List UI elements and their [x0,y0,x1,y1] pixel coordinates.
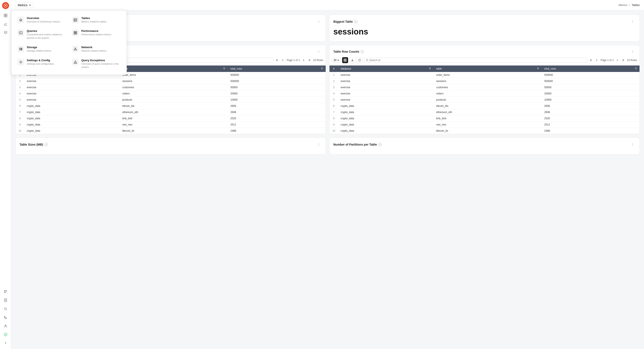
table-row: 7 crypto_data ethereum_eth 2606 [330,109,640,116]
more-options-temp-tables[interactable] [316,19,322,24]
dropdown-network-title: Network [81,46,107,49]
svg-rect-24 [74,31,77,34]
col-header-total-rows-left: total_rows [228,66,326,72]
cell-num: 2 [16,78,24,84]
cell-num: 4 [16,90,24,97]
dropdown-queries-title: Queries [27,29,66,32]
sidebar-item-document[interactable] [2,296,10,304]
dropdown-item-storage[interactable]: Storage Storage-related metrics. [15,43,68,55]
col-header-database-right: database [338,66,434,72]
dropdown-storage-desc: Storage-related metrics. [27,49,52,52]
sidebar-bottom [2,288,10,347]
dropdown-item-settings[interactable]: Settings & Config Settings and configura… [15,56,68,72]
data-table-row-counts-right: # database table total_rows 1 exercise [330,66,640,134]
svg-point-7 [4,290,5,291]
more-options-biggest-table[interactable] [630,19,636,24]
cell-total-rows: 50000 [542,84,640,90]
card-actions-row-counts-right [630,48,636,54]
sidebar-item-user[interactable] [2,322,10,330]
cell-num: 1 [330,72,338,78]
cell-num: 7 [16,109,24,116]
info-icon-row-counts-right[interactable]: i [360,50,364,53]
cell-database: crypto_data [338,122,434,128]
dropdown-item-overview[interactable]: Overview Overview of ClickHouse metrics. [15,14,68,26]
cell-database: crypto_data [338,109,434,116]
last-page-left[interactable] [306,58,312,63]
cell-table: sessions [434,78,542,84]
sidebar-item-status[interactable] [2,330,10,338]
cell-database: crypto_data [338,128,434,134]
card-header-partitions: Number of Partitions per Table i [333,142,636,148]
app-logo[interactable] [2,2,9,9]
dropdown-item-queries[interactable]: Queries Comprehensive metrics related to… [15,27,68,42]
next-page-right[interactable] [615,58,620,63]
sidebar-item-git[interactable] [2,288,10,296]
dropdown-item-query-exceptions[interactable]: Query Exceptions Overview of query excep… [69,56,123,72]
filter-table-left[interactable] [223,67,225,70]
prev-page-left[interactable] [280,58,286,63]
cell-total-rows: 2606 [228,103,326,109]
sidebar-expand-btn[interactable] [2,339,10,347]
card-header-table-sizes: Table Sizes (MB) i [20,142,322,148]
prev-page-right[interactable] [594,58,599,63]
rows-per-page-right[interactable]: 20 [332,58,341,62]
dropdown-item-overview-text: Overview Overview of ClickHouse metrics. [27,16,60,23]
metrics-dropdown-btn[interactable]: Metrics [16,2,34,8]
filter-database-right[interactable] [429,67,431,70]
refresh-btn-right[interactable] [357,57,363,63]
filter-table-right[interactable] [537,67,539,70]
card-title-partitions: Number of Partitions per Table i [333,143,382,146]
cell-database: exercise [24,90,120,97]
download-btn-right[interactable] [350,57,356,63]
cell-database: exercise [24,97,120,103]
first-page-right[interactable] [588,58,594,63]
svg-rect-18 [74,18,77,22]
table-row: 10 crypto_data litecoin_ltc 2488 [330,128,640,134]
svg-point-17 [4,333,7,336]
dropdown-query-exceptions-desc: Overview of query exceptions in the syst… [81,62,120,69]
cell-table: bnb_bnb [434,116,542,122]
sidebar-item-dashboard[interactable] [2,12,10,19]
main-content: Metrics Metrics > Tables Overview [11,0,644,349]
svg-rect-66 [344,60,345,62]
next-page-left[interactable] [301,58,306,63]
table-row: 6 crypto_data bitcoin_btc 2606 [16,103,326,109]
more-options-table-sizes[interactable] [316,142,322,148]
search-input-right[interactable] [369,59,585,62]
stat-value-biggest-table: sessions [333,27,636,36]
cell-table: products [434,97,542,103]
filter-total-rows-left[interactable] [321,67,323,70]
table-row: 9 crypto_data neo_neo 2511 [330,122,640,128]
dropdown-item-tables[interactable]: Tables Metrics related to tables. [69,14,123,26]
last-page-right[interactable] [620,58,626,63]
svg-point-77 [318,145,319,146]
dropdown-settings-title: Settings & Config [27,59,54,62]
more-options-row-counts-left[interactable] [316,48,322,54]
info-icon-biggest-table[interactable]: i [354,20,358,23]
more-options-partitions[interactable] [630,142,636,148]
sidebar-item-layers[interactable] [2,29,10,36]
sidebar-item-moon[interactable] [2,314,10,321]
sidebar-item-chart[interactable] [2,20,10,28]
perf-icon [72,29,79,36]
dropdown-item-performance[interactable]: Performance Performance-related metrics. [69,27,123,42]
svg-point-49 [318,52,319,53]
svg-marker-59 [224,68,225,69]
breadcrumb-parent: Metrics [618,4,628,7]
sidebar-item-search[interactable] [2,305,10,312]
info-icon-table-sizes[interactable]: i [44,143,48,146]
cell-num: 10 [330,128,338,134]
svg-point-45 [632,22,633,22]
info-icon-partitions[interactable]: i [378,143,382,146]
svg-point-41 [318,20,319,21]
dropdown-item-settings-text: Settings & Config Settings and configura… [27,59,54,66]
svg-line-37 [75,48,76,50]
table-row: 1 exercise order_items 500000 [330,72,640,78]
more-options-row-counts-right[interactable] [630,48,636,54]
cell-total-rows: 20000 [542,90,640,97]
dropdown-item-network[interactable]: Network Network-related metrics. [69,43,123,55]
view-grid-btn-right[interactable] [342,57,348,63]
filter-total-rows-right[interactable] [635,67,637,70]
svg-rect-25 [74,32,75,32]
first-page-left[interactable] [275,58,280,63]
